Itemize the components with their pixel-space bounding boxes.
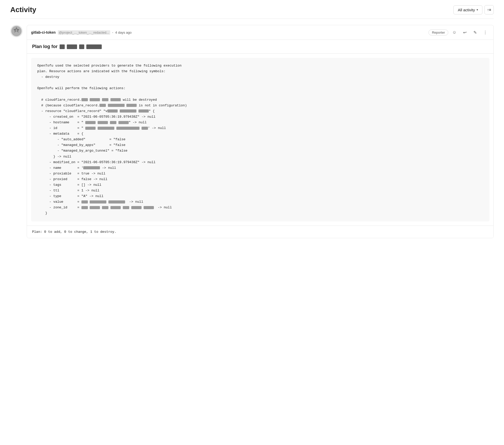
cr24 [90, 206, 100, 209]
cr10 [138, 109, 149, 113]
cr8 [107, 109, 118, 113]
activity-actions: Reporter ☺ ↩ ✎ ⋮ [428, 28, 489, 36]
cr6 [108, 104, 125, 107]
cr5 [99, 104, 106, 107]
plan-summary: Plan: 0 to add, 0 to change, 1 to destro… [27, 226, 493, 238]
code-block: OpenTofu used the selected providers to … [31, 58, 489, 221]
cr18 [142, 127, 148, 130]
activity-meta: gitlab-ci-token @project_..._token_..._r… [31, 30, 132, 35]
role-badge: Reporter [428, 30, 448, 35]
cr25 [102, 206, 108, 209]
cr1 [81, 98, 88, 101]
more-icon: ⋮ [483, 30, 487, 35]
cr9 [120, 109, 136, 113]
all-activity-button[interactable]: All activity ▾ [453, 5, 482, 14]
header-actions: All activity ▾ ↑≡ [453, 5, 494, 14]
title-redact-3 [79, 44, 84, 49]
svg-point-2 [17, 29, 19, 31]
activity-content-card: gitlab-ci-token @project_..._token_..._r… [27, 25, 494, 238]
activity-token: @project_..._token_..._redacted... [58, 30, 110, 35]
cr3 [102, 98, 108, 101]
emoji-button[interactable]: ☺ [450, 28, 459, 36]
cr21 [90, 200, 106, 203]
cr7 [126, 104, 137, 107]
activity-separator: · [112, 30, 113, 34]
cr20 [81, 200, 88, 203]
chevron-down-icon: ▾ [477, 8, 478, 12]
reply-button[interactable]: ↩ [461, 28, 469, 36]
plan-log-header: Plan log for [27, 40, 493, 54]
page-header: Activity All activity ▾ ↑≡ [10, 0, 494, 19]
activity-author: gitlab-ci-token [31, 30, 56, 34]
cr16 [98, 127, 114, 130]
activity-timestamp: 4 days ago [115, 31, 132, 34]
cr19 [83, 166, 100, 169]
reply-icon: ↩ [463, 30, 466, 35]
cr23 [81, 206, 88, 209]
title-redact-1 [60, 44, 65, 49]
avatar [10, 25, 23, 37]
page-wrapper: Activity All activity ▾ ↑≡ [0, 0, 504, 251]
edit-icon: ✎ [473, 30, 477, 35]
cr2 [90, 98, 100, 101]
cr13 [110, 121, 116, 124]
cr28 [131, 206, 142, 209]
sort-button[interactable]: ↑≡ [484, 5, 494, 14]
activity-feed: gitlab-ci-token @project_..._token_..._r… [10, 19, 494, 251]
svg-point-1 [14, 29, 16, 31]
cr12 [98, 121, 108, 124]
cr15 [85, 127, 96, 130]
more-actions-button[interactable]: ⋮ [481, 28, 489, 36]
cr22 [108, 200, 125, 203]
emoji-icon: ☺ [452, 30, 456, 35]
sort-icon: ↑≡ [487, 8, 491, 12]
plan-log-title: Plan log for [32, 44, 488, 49]
all-activity-label: All activity [458, 8, 475, 12]
cr4 [110, 98, 121, 101]
cr29 [144, 206, 154, 209]
cr27 [123, 206, 129, 209]
page-title: Activity [10, 6, 36, 14]
comment-header: gitlab-ci-token @project_..._token_..._r… [27, 25, 493, 40]
title-redact-2 [67, 44, 77, 49]
cr17 [116, 127, 139, 130]
title-redact-4 [86, 44, 102, 49]
cr26 [110, 206, 121, 209]
activity-item: gitlab-ci-token @project_..._token_..._r… [10, 25, 494, 238]
edit-button[interactable]: ✎ [471, 28, 479, 36]
plan-log-title-text: Plan log for [32, 44, 58, 49]
cr11 [85, 121, 96, 124]
cr14 [118, 121, 129, 124]
